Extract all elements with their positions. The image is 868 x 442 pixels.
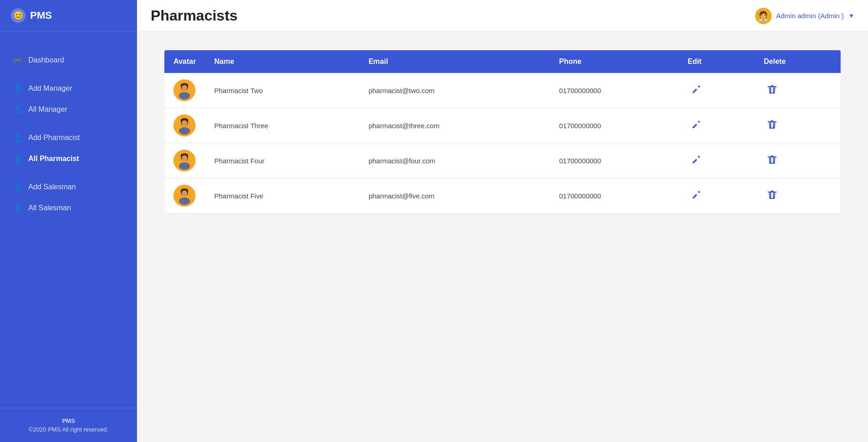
pharmacist-name: Pharmacist Two bbox=[205, 73, 359, 108]
sidebar-footer: PMS ©2020 PMS All right reserved. bbox=[0, 408, 137, 442]
page-title: Pharmacists bbox=[151, 7, 237, 24]
add-salesman-icon: 👤 bbox=[13, 182, 23, 192]
col-edit: Edit bbox=[679, 50, 755, 73]
sidebar-item-label: Dashboard bbox=[28, 56, 64, 64]
pharmacist-name: Pharmacist Three bbox=[205, 108, 359, 143]
pharmacists-table-container: Avatar Name Email Phone Edit Delete bbox=[164, 50, 841, 213]
pharmacist-email: pharmacist@five.com bbox=[359, 178, 550, 213]
avatar-cell bbox=[164, 143, 205, 178]
footer-copy: ©2020 PMS All right reserved. bbox=[11, 426, 126, 433]
svg-point-14 bbox=[182, 156, 187, 161]
sidebar-item-all-salesman[interactable]: 👤 All Salesman bbox=[0, 198, 137, 218]
main-content: Pharmacists 🧑‍💼 Admin admin (Admin ) ▼ A… bbox=[137, 0, 868, 442]
avatar bbox=[174, 150, 195, 172]
col-delete: Delete bbox=[755, 50, 841, 73]
sidebar-item-label: All Manager bbox=[28, 105, 67, 114]
sidebar-item-add-salesman[interactable]: 👤 Add Salesman bbox=[0, 177, 137, 198]
sidebar-item-dashboard[interactable]: 🎮 Dashboard bbox=[0, 50, 137, 71]
pharmacist-phone: 01700000000 bbox=[550, 108, 679, 143]
delete-cell bbox=[755, 73, 841, 108]
pharmacist-email: pharmacist@three.com bbox=[359, 108, 550, 143]
pharmacist-name: Pharmacist Five bbox=[205, 178, 359, 213]
sidebar-item-label: Add Salesman bbox=[28, 183, 76, 191]
svg-point-9 bbox=[182, 120, 187, 126]
delete-cell bbox=[755, 178, 841, 213]
edit-cell bbox=[679, 73, 755, 108]
sidebar-nav: 🎮 Dashboard 👤 Add Manager 👤 All Manager … bbox=[0, 31, 137, 408]
add-pharmacist-icon: 👤 bbox=[13, 133, 23, 143]
col-phone: Phone bbox=[550, 50, 679, 73]
edit-cell bbox=[679, 143, 755, 178]
avatar bbox=[174, 79, 195, 101]
edit-cell bbox=[679, 108, 755, 143]
avatar bbox=[174, 114, 195, 136]
table-header-row: Avatar Name Email Phone Edit Delete bbox=[164, 50, 841, 73]
all-pharmacist-icon: 👤 bbox=[13, 154, 23, 164]
delete-cell bbox=[755, 108, 841, 143]
delete-button[interactable] bbox=[764, 188, 780, 204]
pharmacists-table: Avatar Name Email Phone Edit Delete bbox=[164, 50, 841, 213]
edit-button[interactable] bbox=[688, 188, 705, 204]
sidebar-logo[interactable]: 😊 PMS bbox=[0, 0, 137, 31]
table-row: Pharmacist Twopharmacist@two.com01700000… bbox=[164, 73, 841, 108]
logo-text: PMS bbox=[30, 10, 52, 21]
sidebar: 😊 PMS 🎮 Dashboard 👤 Add Manager 👤 All Ma… bbox=[0, 0, 137, 442]
pharmacist-phone: 01700000000 bbox=[550, 178, 679, 213]
delete-cell bbox=[755, 143, 841, 178]
sidebar-item-label: Add Pharmacist bbox=[28, 134, 80, 142]
svg-point-19 bbox=[182, 191, 187, 197]
sidebar-item-label: All Pharmacist bbox=[28, 155, 79, 163]
user-label: Admin admin (Admin ) bbox=[776, 12, 844, 20]
sidebar-item-add-pharmacist[interactable]: 👤 Add Pharmacist bbox=[0, 127, 137, 148]
edit-cell bbox=[679, 178, 755, 213]
table-row: Pharmacist Fourpharmacist@four.com017000… bbox=[164, 143, 841, 178]
avatar-cell bbox=[164, 108, 205, 143]
pharmacist-phone: 01700000000 bbox=[550, 143, 679, 178]
edit-button[interactable] bbox=[688, 118, 705, 134]
user-avatar: 🧑‍💼 bbox=[755, 8, 772, 24]
col-name: Name bbox=[205, 50, 359, 73]
pharmacist-name: Pharmacist Four bbox=[205, 143, 359, 178]
content-area: Avatar Name Email Phone Edit Delete bbox=[137, 32, 868, 442]
col-email: Email bbox=[359, 50, 550, 73]
all-salesman-icon: 👤 bbox=[13, 203, 23, 213]
sidebar-item-all-pharmacist[interactable]: 👤 All Pharmacist bbox=[0, 148, 137, 169]
col-avatar: Avatar bbox=[164, 50, 205, 73]
pharmacist-phone: 01700000000 bbox=[550, 73, 679, 108]
logo-icon: 😊 bbox=[11, 8, 26, 23]
avatar-cell bbox=[164, 73, 205, 108]
add-manager-icon: 👤 bbox=[13, 83, 23, 94]
sidebar-item-label: Add Manager bbox=[28, 84, 72, 93]
svg-point-3 bbox=[179, 92, 190, 99]
chevron-down-icon: ▼ bbox=[848, 12, 854, 19]
user-menu[interactable]: 🧑‍💼 Admin admin (Admin ) ▼ bbox=[755, 8, 854, 24]
sidebar-item-all-manager[interactable]: 👤 All Manager bbox=[0, 99, 137, 120]
svg-point-8 bbox=[179, 127, 190, 135]
svg-point-13 bbox=[179, 162, 190, 170]
svg-point-4 bbox=[182, 85, 187, 91]
all-manager-icon: 👤 bbox=[13, 104, 23, 114]
sidebar-item-add-manager[interactable]: 👤 Add Manager bbox=[0, 78, 137, 99]
footer-title: PMS bbox=[11, 417, 126, 424]
dashboard-icon: 🎮 bbox=[13, 55, 23, 65]
delete-button[interactable] bbox=[764, 153, 780, 169]
pharmacist-email: pharmacist@four.com bbox=[359, 143, 550, 178]
svg-point-18 bbox=[179, 198, 190, 205]
delete-button[interactable] bbox=[764, 118, 780, 134]
topbar: Pharmacists 🧑‍💼 Admin admin (Admin ) ▼ bbox=[137, 0, 868, 32]
edit-button[interactable] bbox=[688, 153, 705, 169]
table-row: Pharmacist Threepharmacist@three.com0170… bbox=[164, 108, 841, 143]
avatar-cell bbox=[164, 178, 205, 213]
table-row: Pharmacist Fivepharmacist@five.com017000… bbox=[164, 178, 841, 213]
table-body: Pharmacist Twopharmacist@two.com01700000… bbox=[164, 73, 841, 213]
delete-button[interactable] bbox=[764, 83, 780, 99]
sidebar-item-label: All Salesman bbox=[28, 204, 71, 212]
edit-button[interactable] bbox=[688, 83, 705, 99]
avatar bbox=[174, 185, 195, 207]
pharmacist-email: pharmacist@two.com bbox=[359, 73, 550, 108]
